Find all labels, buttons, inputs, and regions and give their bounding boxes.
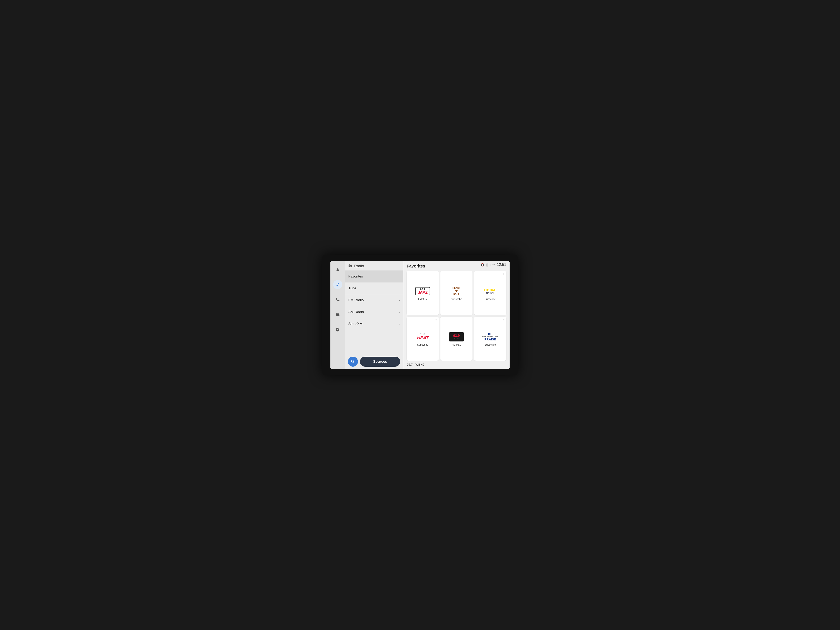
favorite-card-heart-soul[interactable]: + HEART ❤ SOUL Subscribe — [441, 271, 472, 315]
menu-items-list: Favorites Tune FM Radio › AM Radio › Sir — [345, 271, 403, 354]
sidebar — [330, 261, 345, 369]
939-logo: 93.9 WKZL — [448, 332, 465, 342]
menu-item-tune[interactable]: Tune — [345, 283, 403, 294]
add-icon-praise: + — [503, 318, 505, 321]
favorite-card-jamz[interactable]: 95.7 JAMZ FM 95.7 — [407, 271, 439, 315]
bluetooth-icon: ⬲ — [492, 263, 495, 267]
car-frame: 🔇 ((·)) ⬲ 12:51 — [322, 254, 518, 376]
sources-button-label: Sources — [373, 360, 387, 364]
sidebar-item-phone[interactable] — [333, 295, 342, 304]
heart-soul-logo: HEART ❤ SOUL — [448, 286, 465, 297]
add-icon-hiphop: + — [503, 272, 505, 276]
search-button[interactable] — [348, 357, 358, 367]
sidebar-item-car[interactable] — [333, 310, 342, 319]
menu-item-favorites-label: Favorites — [348, 275, 363, 278]
jamz-label: FM 95.7 — [418, 298, 427, 301]
favorite-card-praise[interactable]: + KF KIRK FRANKLIN'S PRAISE Subscribe — [474, 317, 506, 361]
screen: 🔇 ((·)) ⬲ 12:51 — [330, 261, 510, 369]
hiphop-label: Subscribe — [485, 298, 496, 301]
menu-item-siriusxm[interactable]: SiriusXM › — [345, 318, 403, 330]
right-content: Favorites 95.7 JAMZ FM 95.7 — [403, 261, 510, 369]
menu-title: Radio — [354, 264, 364, 268]
add-icon-heat: + — [436, 318, 437, 321]
menu-item-fm-radio[interactable]: FM Radio › — [345, 294, 403, 306]
hiphop-logo: HIP HOP NATION — [482, 286, 499, 297]
fm-radio-chevron-icon: › — [399, 298, 400, 302]
menu-item-am-radio[interactable]: AM Radio › — [345, 306, 403, 318]
favorites-grid: 95.7 JAMZ FM 95.7 + HEART ❤ — [407, 271, 506, 361]
menu-item-favorites[interactable]: Favorites — [345, 271, 403, 283]
939-label: FM 93.9 — [452, 343, 461, 346]
menu-item-tune-label: Tune — [348, 286, 356, 291]
mute-icon: 🔇 — [481, 263, 484, 267]
menu-bottom: Sources — [345, 354, 403, 369]
add-icon: + — [469, 272, 471, 276]
heart-soul-label: Subscribe — [451, 298, 462, 301]
sidebar-item-settings[interactable] — [333, 325, 342, 334]
siriusxm-chevron-icon: › — [399, 322, 400, 325]
menu-item-fm-radio-label: FM Radio — [348, 298, 364, 302]
now-playing: 95.7 · WBHJ — [407, 363, 506, 366]
radio-header-icon — [348, 264, 352, 268]
favorite-card-hiphop[interactable]: + HIP HOP NATION Subscribe — [474, 271, 506, 315]
praise-label: Subscribe — [485, 343, 496, 346]
favorite-card-939[interactable]: 93.9 WKZL FM 93.9 — [441, 317, 472, 361]
heat-logo: THE HEAT — [414, 332, 431, 342]
status-bar: 🔇 ((·)) ⬲ 12:51 — [481, 262, 506, 267]
sidebar-item-navigation[interactable] — [333, 265, 342, 274]
heat-label: Subscribe — [417, 343, 428, 346]
am-radio-chevron-icon: › — [399, 310, 400, 314]
menu-item-am-radio-label: AM Radio — [348, 310, 364, 314]
sidebar-item-music[interactable] — [333, 280, 342, 289]
main-layout: Radio Favorites Tune FM Radio › AM Radio — [330, 261, 510, 369]
sources-button[interactable]: Sources — [360, 357, 400, 367]
jamz-logo: 95.7 JAMZ — [414, 286, 431, 297]
favorite-card-heat[interactable]: + THE HEAT Subscribe — [407, 317, 439, 361]
menu-header: Radio — [345, 261, 403, 271]
praise-logo: KF KIRK FRANKLIN'S PRAISE — [482, 332, 499, 342]
menu-item-siriusxm-label: SiriusXM — [348, 322, 363, 326]
signal-icon: ((·)) — [486, 263, 491, 267]
center-menu: Radio Favorites Tune FM Radio › AM Radio — [345, 261, 403, 369]
clock: 12:51 — [497, 262, 506, 267]
